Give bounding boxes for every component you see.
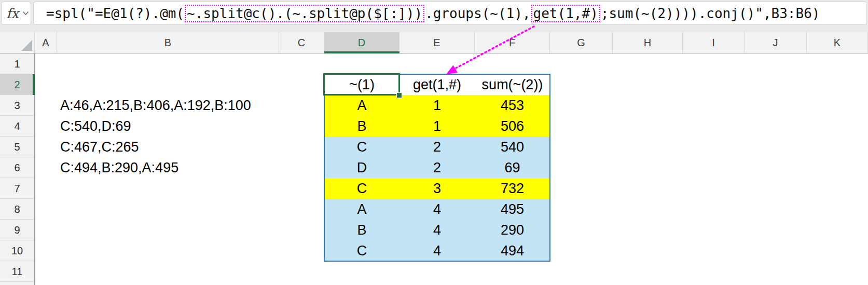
table-cell[interactable]: 4 (399, 199, 475, 220)
column-header-b[interactable]: B (57, 32, 279, 53)
table-cell[interactable]: A (324, 95, 399, 116)
select-all-triangle-icon (21, 40, 32, 51)
column-header-e[interactable]: E (399, 32, 475, 53)
table-cell[interactable]: 1 (399, 116, 475, 137)
table-cell[interactable]: 4 (399, 220, 475, 240)
table-row: A 4 495 (324, 199, 550, 220)
column-header-row: A B C D E F G H I J K (0, 32, 868, 53)
row-header-2[interactable]: 2 (0, 74, 34, 95)
cell-b6[interactable]: C:494,B:290,A:495 (60, 157, 278, 178)
table-cell[interactable]: 453 (475, 95, 550, 116)
selected-column-underline (324, 51, 399, 53)
table-cell[interactable]: 494 (475, 240, 550, 261)
table-cell[interactable]: A (324, 199, 399, 220)
formula-bar: fx =spl("=E@1(?).@m( ~.split@c().(~.spli… (0, 0, 868, 32)
table-row: B 1 506 (324, 116, 550, 137)
formula-input[interactable]: =spl("=E@1(?).@m( ~.split@c().(~.split@p… (33, 2, 867, 25)
table-header-cell-f2[interactable]: sum(~(2)) (475, 74, 550, 95)
column-header-a[interactable]: A (35, 32, 57, 53)
row-header-1[interactable]: 1 (0, 53, 34, 74)
row-header-3[interactable]: 3 (0, 95, 34, 116)
arrowhead-icon (446, 65, 458, 75)
column-header-i[interactable]: I (683, 32, 745, 53)
table-cell[interactable]: 4 (399, 240, 475, 261)
formula-annotation-box-1: ~.split@c().(~.split@p($[:])) (185, 5, 424, 22)
column-header-h[interactable]: H (613, 32, 683, 53)
table-cell[interactable]: C (324, 137, 399, 157)
table-cell[interactable]: 732 (475, 178, 550, 199)
table-cell[interactable]: 290 (475, 220, 550, 240)
table-row: C 4 494 (324, 240, 550, 261)
fx-icon: fx (6, 7, 19, 20)
row-header-8[interactable]: 8 (0, 199, 34, 220)
column-header-c[interactable]: C (279, 32, 324, 53)
table-row: B 4 290 (324, 220, 550, 240)
chevron-down-icon[interactable] (22, 11, 29, 16)
table-header-cell-e2[interactable]: get(1,#) (399, 74, 475, 95)
table-row: C 3 732 (324, 178, 550, 199)
row-header-4[interactable]: 4 (0, 116, 34, 137)
column-header-j[interactable]: J (745, 32, 807, 53)
select-all-button[interactable] (0, 32, 35, 53)
formula-text-post: ;sum(~(2)))).conj()",B3:B6) (601, 6, 820, 21)
table-cell[interactable]: 540 (475, 137, 550, 157)
table-row: C 2 540 (324, 137, 550, 157)
table-row: A 1 453 (324, 95, 550, 116)
column-header-k[interactable]: K (807, 32, 868, 53)
formula-text-mid: .groups(~(1), (425, 6, 531, 21)
table-cell[interactable]: B (324, 220, 399, 240)
table-row: D 2 69 (324, 157, 550, 178)
table-header-row: ~(1) get(1,#) sum(~(2)) (324, 74, 550, 95)
row-header-7[interactable]: 7 (0, 178, 34, 199)
table-cell[interactable]: 1 (399, 95, 475, 116)
excel-window: fx =spl("=E@1(?).@m( ~.split@c().(~.spli… (0, 0, 868, 285)
table-cell[interactable]: C (324, 240, 399, 261)
table-cell[interactable]: 3 (399, 178, 475, 199)
table-cell[interactable]: 2 (399, 137, 475, 157)
row-header-6[interactable]: 6 (0, 157, 34, 178)
cell-b3[interactable]: A:46,A:215,B:406,A:192,B:100 (60, 95, 278, 116)
table-cell[interactable]: 2 (399, 157, 475, 178)
insert-function-button[interactable]: fx (1, 2, 31, 25)
formula-text-pre: =spl("=E@1(?).@m( (46, 6, 184, 21)
table-header-cell-d2[interactable]: ~(1) (324, 74, 399, 95)
formula-annotation-box-2: get(1,#) (531, 5, 600, 22)
column-header-f[interactable]: F (475, 32, 550, 53)
table-cell[interactable]: D (324, 157, 399, 178)
row-header-10[interactable]: 10 (0, 240, 34, 261)
row-header-9[interactable]: 9 (0, 220, 34, 240)
cell-b4[interactable]: C:540,D:69 (60, 116, 278, 137)
column-header-g[interactable]: G (550, 32, 613, 53)
table-cell[interactable]: C (324, 178, 399, 199)
table-cell[interactable]: B (324, 116, 399, 137)
row-header-partial[interactable] (0, 282, 34, 285)
row-header-5[interactable]: 5 (0, 137, 34, 157)
table-cell[interactable]: 506 (475, 116, 550, 137)
row-header-11[interactable]: 11 (0, 261, 34, 282)
row-header-column: 1 2 3 4 5 6 7 8 9 10 11 (0, 53, 35, 285)
table-cell[interactable]: 69 (475, 157, 550, 178)
table-cell[interactable]: 495 (475, 199, 550, 220)
result-table: ~(1) get(1,#) sum(~(2)) A 1 453 B 1 506 … (324, 74, 550, 261)
selected-row-bar (33, 74, 35, 95)
column-header-d[interactable]: D (324, 32, 399, 53)
cell-b5[interactable]: C:467,C:265 (60, 137, 278, 157)
